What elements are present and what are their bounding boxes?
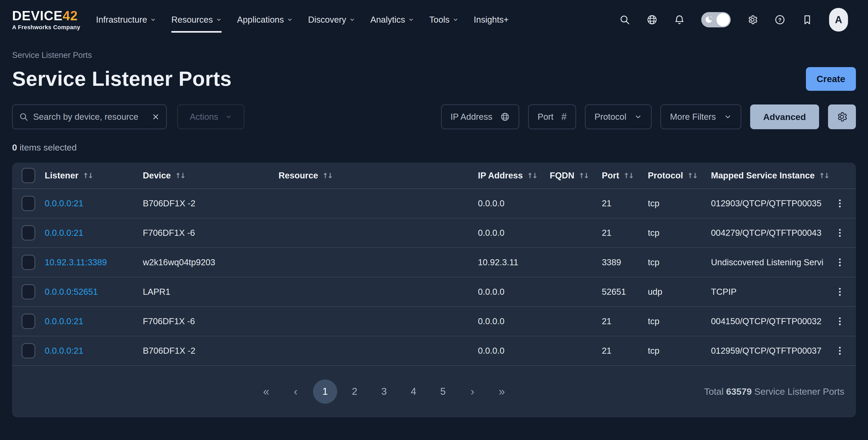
- row-actions-kebab-icon[interactable]: [824, 316, 856, 327]
- pagination-prev-icon[interactable]: ‹: [283, 379, 308, 404]
- sort-icon[interactable]: ↑↓: [83, 172, 92, 180]
- nav-item-infrastructure[interactable]: Infrastructure: [96, 0, 156, 39]
- listener-link[interactable]: 0.0.0.0:52651: [45, 287, 143, 297]
- notifications-bell-icon[interactable]: [674, 14, 685, 25]
- nav-item-applications[interactable]: Applications: [237, 0, 293, 39]
- nav-label: Resources: [171, 15, 213, 25]
- filter-port[interactable]: Port #: [528, 105, 576, 129]
- pagination-page-2[interactable]: 2: [342, 379, 367, 404]
- pagination-page-5[interactable]: 5: [431, 379, 455, 404]
- table-settings-button[interactable]: [828, 105, 856, 129]
- clear-search-icon[interactable]: [152, 113, 160, 121]
- device-cell: B706DF1X -2: [143, 198, 279, 208]
- filter-ip-address[interactable]: IP Address: [441, 105, 519, 129]
- search-input[interactable]: [33, 112, 147, 122]
- search-icon[interactable]: [619, 14, 630, 25]
- column-header-resource[interactable]: Resource↑↓: [279, 171, 478, 180]
- mapped-service-cell: 004150/QTCP/QTFTP00032: [711, 316, 824, 326]
- sort-icon[interactable]: ↑↓: [687, 172, 697, 180]
- advanced-button[interactable]: Advanced: [750, 105, 819, 129]
- protocol-cell: tcp: [648, 257, 711, 267]
- device42-logo[interactable]: DEVICE42 A Freshworks Company: [12, 9, 80, 30]
- row-actions-kebab-icon[interactable]: [824, 257, 856, 268]
- search-box[interactable]: [12, 105, 167, 129]
- protocol-cell: tcp: [648, 316, 711, 326]
- pagination-page-1[interactable]: 1: [313, 379, 337, 404]
- selection-label: items selected: [20, 142, 76, 152]
- device-cell: F706DF1X -6: [143, 316, 279, 326]
- moon-icon: [703, 14, 714, 25]
- column-header-fqdn[interactable]: FQDN↑↓: [550, 171, 602, 180]
- bookmark-icon[interactable]: [802, 14, 813, 25]
- top-navigation-bar: DEVICE42 A Freshworks Company Infrastruc…: [0, 0, 868, 39]
- listener-link[interactable]: 0.0.0.0:21: [45, 228, 143, 238]
- actions-dropdown[interactable]: Actions: [177, 105, 244, 129]
- table-row: 0.0.0.0:21 B706DF1X -2 0.0.0.0 21 tcp 01…: [12, 336, 856, 366]
- row-checkbox[interactable]: [22, 196, 35, 211]
- column-header-port[interactable]: Port↑↓: [602, 171, 648, 180]
- sort-icon[interactable]: ↑↓: [527, 172, 537, 180]
- sort-icon[interactable]: ↑↓: [175, 172, 185, 180]
- nav-item-insights-plus[interactable]: Insights+: [474, 0, 509, 39]
- service-listener-ports-table: Listener↑↓ Device↑↓ Resource↑↓ IP Addres…: [12, 163, 856, 417]
- gear-icon: [836, 111, 848, 123]
- port-cell: 21: [602, 316, 648, 326]
- pagination-page-3[interactable]: 3: [372, 379, 396, 404]
- nav-item-analytics[interactable]: Analytics: [370, 0, 414, 39]
- chevron-down-icon: [408, 17, 414, 23]
- select-all-checkbox[interactable]: [22, 168, 35, 183]
- pagination-first-icon[interactable]: «: [254, 379, 278, 404]
- nav-item-tools[interactable]: Tools: [429, 0, 459, 39]
- pagination-next-icon[interactable]: ›: [460, 379, 485, 404]
- pagination-page-4[interactable]: 4: [401, 379, 426, 404]
- port-cell: 21: [602, 346, 648, 356]
- gear-icon[interactable]: [747, 14, 758, 25]
- column-header-ip-address[interactable]: IP Address↑↓: [478, 171, 550, 180]
- user-avatar[interactable]: A: [829, 8, 848, 32]
- pagination-last-icon[interactable]: »: [490, 379, 514, 404]
- row-actions-kebab-icon[interactable]: [824, 346, 856, 356]
- hash-icon: #: [561, 111, 566, 122]
- help-icon[interactable]: ?: [774, 14, 785, 25]
- nav-label: Insights+: [474, 15, 509, 25]
- globe-icon: [500, 112, 510, 122]
- row-checkbox[interactable]: [22, 284, 35, 299]
- sort-icon[interactable]: ↑↓: [579, 172, 588, 180]
- row-checkbox[interactable]: [22, 225, 35, 240]
- listener-link[interactable]: 0.0.0.0:21: [45, 316, 143, 326]
- title-row: Service Listener Ports Create: [12, 67, 856, 91]
- listener-link[interactable]: 0.0.0.0:21: [45, 198, 143, 208]
- column-header-listener[interactable]: Listener↑↓: [45, 171, 143, 180]
- sort-icon[interactable]: ↑↓: [623, 172, 633, 180]
- nav-label: Infrastructure: [96, 15, 147, 25]
- create-button[interactable]: Create: [806, 67, 856, 91]
- protocol-cell: udp: [648, 287, 711, 297]
- column-header-mapped-service-instance[interactable]: Mapped Service Instance↑↓: [711, 171, 829, 180]
- column-header-device[interactable]: Device↑↓: [143, 171, 279, 180]
- row-checkbox[interactable]: [22, 314, 35, 329]
- logo-tagline: A Freshworks Company: [12, 25, 80, 30]
- nav-item-resources[interactable]: Resources: [171, 0, 222, 39]
- breadcrumb[interactable]: Service Listener Ports: [12, 51, 856, 60]
- filter-protocol[interactable]: Protocol: [585, 105, 652, 129]
- row-actions-kebab-icon[interactable]: [824, 198, 856, 209]
- ip-address-cell: 0.0.0.0: [478, 228, 550, 238]
- filter-more-filters[interactable]: More Filters: [660, 105, 741, 129]
- sort-icon[interactable]: ↑↓: [322, 172, 332, 180]
- nav-label: Applications: [237, 15, 284, 25]
- dark-mode-toggle[interactable]: [701, 12, 731, 27]
- listener-link[interactable]: 10.92.3.11:3389: [45, 257, 143, 267]
- port-cell: 21: [602, 228, 648, 238]
- row-actions-kebab-icon[interactable]: [824, 228, 856, 238]
- nav-item-discovery[interactable]: Discovery: [308, 0, 355, 39]
- listener-link[interactable]: 0.0.0.0:21: [45, 346, 143, 356]
- row-checkbox[interactable]: [22, 343, 35, 358]
- column-header-protocol[interactable]: Protocol↑↓: [648, 171, 711, 180]
- chevron-down-icon: [349, 17, 355, 23]
- globe-icon[interactable]: [647, 14, 658, 25]
- total-count-value: 63579: [726, 386, 752, 397]
- row-checkbox[interactable]: [22, 255, 35, 270]
- sort-icon[interactable]: ↑↓: [819, 172, 829, 180]
- row-actions-kebab-icon[interactable]: [824, 287, 856, 297]
- nav-label: Analytics: [370, 15, 405, 25]
